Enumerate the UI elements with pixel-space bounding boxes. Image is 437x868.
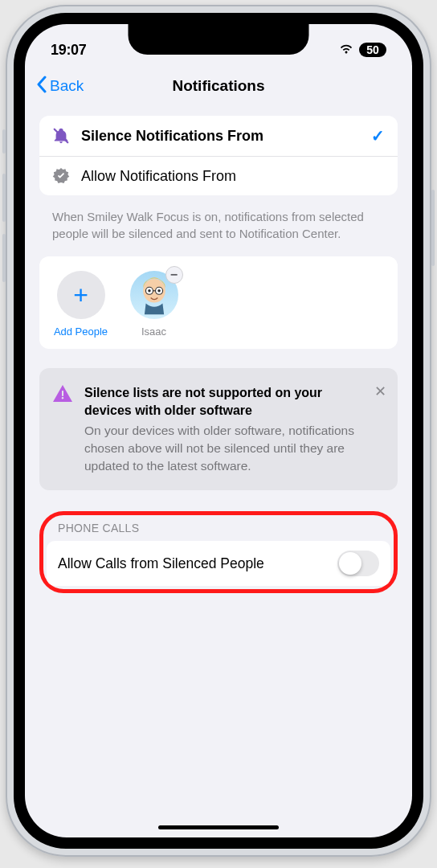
people-card: + Add People −	[39, 256, 398, 349]
page-title: Notifications	[172, 77, 264, 95]
warning-banner: Silence lists are not supported on your …	[39, 368, 398, 490]
notification-mode-list: Silence Notifications From ✓ Allow Notif…	[39, 116, 398, 195]
allow-calls-toggle[interactable]	[337, 551, 379, 576]
battery-indicator: 50	[359, 43, 386, 57]
volume-down-button	[2, 234, 6, 282]
close-banner-button[interactable]: ✕	[374, 383, 386, 400]
notch	[129, 24, 309, 55]
chevron-left-icon	[36, 76, 47, 97]
allow-label: Allow Notifications From	[81, 168, 385, 185]
status-time: 19:07	[51, 42, 87, 59]
navigation-bar: Back Notifications	[25, 64, 412, 108]
power-button	[431, 190, 435, 266]
add-people-label: Add People	[54, 326, 108, 338]
person-name: Isaac	[141, 326, 166, 338]
allow-from-row[interactable]: Allow Notifications From	[39, 156, 398, 195]
phone-calls-section-highlight: Phone Calls Allow Calls from Silenced Pe…	[39, 511, 398, 593]
silence-from-row[interactable]: Silence Notifications From ✓	[39, 116, 398, 156]
plus-icon: +	[73, 282, 88, 308]
person-contact[interactable]: −	[124, 271, 184, 338]
svg-point-5	[148, 289, 150, 292]
volume-up-button	[2, 174, 6, 222]
back-button[interactable]: Back	[36, 76, 84, 97]
checkmark-icon: ✓	[371, 126, 385, 145]
phone-device-frame: 19:07 50 Back Notifications	[6, 5, 431, 857]
bell-slash-icon	[52, 127, 70, 145]
mute-switch	[2, 129, 6, 154]
warning-triangle-icon	[52, 384, 73, 474]
back-label: Back	[50, 77, 84, 95]
allow-calls-row[interactable]: Allow Calls from Silenced People	[47, 541, 390, 586]
silence-label: Silence Notifications From	[81, 128, 360, 145]
wifi-icon	[338, 42, 354, 58]
banner-body: On your devices with older software, not…	[84, 422, 385, 474]
help-text: When Smiley Walk Focus is on, notificati…	[39, 203, 398, 256]
phone-calls-header: Phone Calls	[43, 522, 394, 541]
remove-person-button[interactable]: −	[165, 266, 183, 284]
home-indicator[interactable]	[158, 825, 279, 829]
svg-point-6	[157, 289, 160, 292]
badge-checkmark-icon	[52, 167, 70, 185]
allow-calls-label: Allow Calls from Silenced People	[58, 555, 264, 572]
add-people-button[interactable]: + Add People	[51, 271, 111, 338]
banner-title: Silence lists are not supported on your …	[84, 384, 385, 419]
